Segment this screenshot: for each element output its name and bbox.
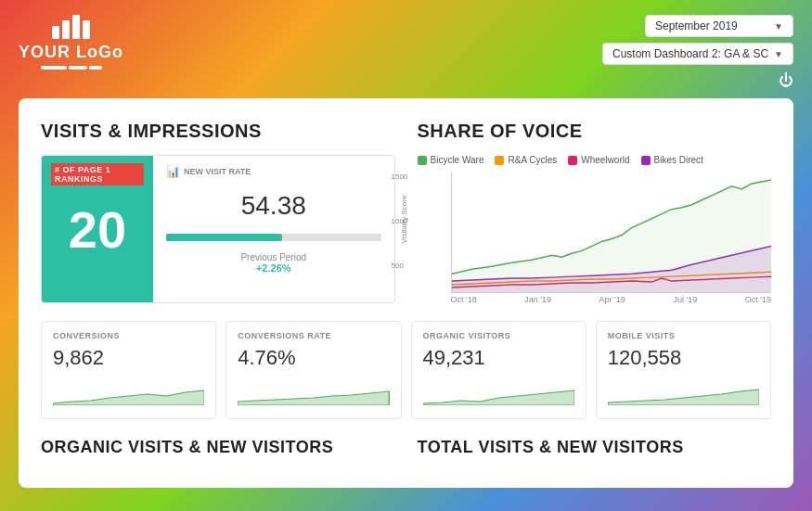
rankings-number: 20 [51,204,144,256]
sov-legend: Bicycle Ware R&A Cycles Wheelworld Bikes… [418,155,772,165]
visit-rate-label: 📊 NEW VISIT RATE [166,165,381,178]
legend-item-2: R&A Cycles [495,155,557,165]
bottom-section-organic: ORGANIC VISITS & NEW VISITORS [41,438,395,457]
stat-label-conversions: CONVERSIONS [53,331,204,340]
visit-rate-box: 📊 NEW VISIT RATE 54.38 Previous Period +… [153,156,394,302]
y-label-1500: 1500 [392,172,408,181]
legend-item-3: Wheelworld [568,155,629,165]
svg-marker-3 [238,391,389,405]
main-card: VISITS & IMPRESSIONS # OF PAGE 1 RANKING… [19,98,793,488]
share-of-voice-section: SHARE OF VOICE Bicycle Ware R&A Cycles W… [418,121,772,306]
chart-wrapper: 1500 1000 500 Visibility Score [418,172,772,306]
stat-label-organic: ORGANIC VISITORS [423,331,574,340]
chart-area [451,172,772,293]
previous-label: Previous Period [166,252,381,262]
y-axis-title: Visibility Score [400,196,408,244]
date-dropdown[interactable]: September 2019 ▼ [645,15,793,37]
stat-label-conv-rate: CONVERSIONS RATE [238,331,389,340]
visits-impressions-section: VISITS & IMPRESSIONS # OF PAGE 1 RANKING… [41,121,395,306]
legend-label-2: R&A Cycles [508,155,557,165]
previous-value: +2.26% [166,262,381,274]
header-controls: September 2019 ▼ Custom Dashboard 2: GA … [602,15,793,89]
header: YOUR LoGo September 2019 ▼ Custom Dashbo… [0,0,812,98]
power-icon[interactable]: ⏻ [779,72,793,89]
rankings-box: # OF PAGE 1 RANKINGS 20 [42,156,153,302]
mini-chart-organic [423,377,574,405]
legend-color-3 [568,156,577,165]
stat-card-mobile: MOBILE VISITS 120,558 [596,321,771,419]
visit-rate-icon: 📊 [166,165,180,178]
visits-impressions-title: VISITS & IMPRESSIONS [41,121,395,142]
legend-label-4: Bikes Direct [654,155,703,165]
dashboard-dropdown[interactable]: Custom Dashboard 2: GA & SC ▼ [602,43,793,65]
y-label-500: 500 [392,262,408,270]
legend-item-1: Bicycle Ware [418,155,484,165]
x-label-jul19: Jul '19 [673,295,697,304]
previous-period: Previous Period +2.26% [166,252,381,274]
stat-card-conv-rate: CONVERSIONS RATE 4.76% [226,321,401,419]
chevron-down-icon: ▼ [774,49,783,59]
chart-svg [452,172,772,292]
stat-value-mobile: 120,558 [608,346,759,370]
x-label-apr19: Apr '19 [599,295,625,304]
legend-label-3: Wheelworld [581,155,629,165]
dashboard-dropdown-label: Custom Dashboard 2: GA & SC [612,47,768,60]
sections-bottom: ORGANIC VISITS & NEW VISITORS TOTAL VISI… [41,438,771,457]
legend-label-1: Bicycle Ware [431,155,484,165]
date-dropdown-label: September 2019 [655,19,738,32]
stat-value-conversions: 9,862 [53,346,204,370]
chevron-down-icon: ▼ [774,21,783,32]
logo-area: YOUR LoGo [19,15,123,70]
x-axis-labels: Oct '18 Jan '19 Apr '19 Jul '19 Oct '19 [451,293,772,306]
visit-rate-number: 54.38 [166,191,381,221]
x-label-oct18: Oct '18 [451,295,477,304]
legend-item-4: Bikes Direct [641,155,703,165]
legend-color-4 [641,156,651,165]
x-label-jan19: Jan '19 [524,295,551,304]
stat-label-mobile: MOBILE VISITS [608,331,759,340]
rankings-label: # OF PAGE 1 RANKINGS [51,163,144,185]
stat-value-conv-rate: 4.76% [238,346,389,370]
mini-chart-conversions [53,377,204,405]
stat-card-organic: ORGANIC VISITORS 49,231 [411,321,586,419]
share-of-voice-title: SHARE OF VOICE [418,121,772,142]
svg-marker-5 [608,390,759,405]
legend-color-1 [418,156,427,165]
logo-bars-icon [52,15,90,39]
sections-top: VISITS & IMPRESSIONS # OF PAGE 1 RANKING… [41,121,771,306]
bottom-title-total: TOTAL VISITS & NEW VISITORS [418,438,772,457]
bottom-section-total: TOTAL VISITS & NEW VISITORS [418,438,772,457]
svg-marker-2 [53,390,204,405]
progress-bar-fill [166,234,282,241]
mini-chart-conv-rate [238,377,389,405]
progress-bar-container [166,234,381,241]
logo-underline [41,66,102,70]
visits-grid: # OF PAGE 1 RANKINGS 20 📊 NEW VISIT RATE… [41,155,395,303]
svg-marker-4 [423,390,574,405]
x-label-oct19: Oct '19 [745,295,771,304]
stat-card-conversions: CONVERSIONS 9,862 [41,321,216,419]
mini-chart-mobile [608,377,759,405]
stat-value-organic: 49,231 [423,346,574,370]
bottom-title-organic: ORGANIC VISITS & NEW VISITORS [41,438,395,457]
logo-text: YOUR LoGo [19,43,123,62]
legend-color-2 [495,156,504,165]
stats-row: CONVERSIONS 9,862 CONVERSIONS RATE 4.76%… [41,321,771,419]
